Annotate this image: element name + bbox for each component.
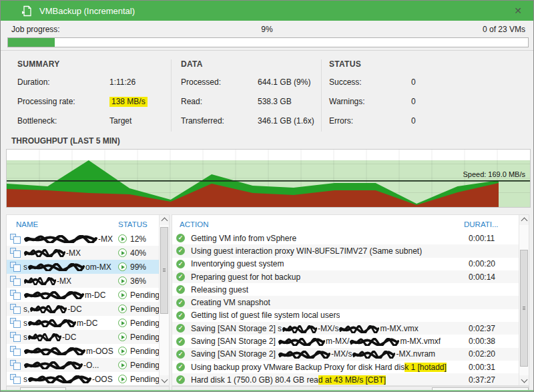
vm-row[interactable]: s-OOS Pending — [7, 372, 159, 386]
redaction-scribble — [339, 325, 379, 333]
scrollbar-thumb[interactable] — [160, 227, 168, 314]
action-text: Saving [SAN Storage 2] -MX/s-MX.nvram — [191, 349, 435, 359]
progress-bar-fill — [8, 38, 55, 47]
vertical-scrollbar[interactable] — [159, 215, 169, 385]
action-log-header: ACTION DURATI... — [172, 215, 529, 232]
action-text: Hard disk 1 (750.0 GB) 80.4 GB read at 4… — [191, 375, 386, 385]
action-row[interactable]: ✓ Saving [SAN Storage 2] s-MX/sm-MX.vmx … — [172, 322, 519, 335]
processing-rate-label: Processing rate: — [17, 97, 109, 107]
vm-name: s,-DC — [23, 305, 82, 314]
vm-status-text: Pending — [130, 290, 160, 300]
vm-row[interactable]: s-DC Pending — [7, 330, 159, 344]
check-icon: ✓ — [176, 260, 185, 268]
vm-row[interactable]: m-DC Pending — [7, 288, 159, 302]
summary-heading: SUMMARY — [17, 59, 148, 69]
action-duration: 0:00:20 — [469, 259, 495, 268]
action-row[interactable]: ✓ Hard disk 1 (750.0 GB) 80.4 GB read at… — [172, 373, 519, 386]
vm-status-text: Pending — [130, 333, 160, 342]
action-row[interactable]: ✓ Saving [SAN Storage 2] m-MX/m-MX.vmxf … — [172, 335, 519, 347]
play-icon — [118, 290, 127, 299]
action-row[interactable]: ✓ Using backup proxy VMware Backup Proxy… — [172, 361, 519, 373]
vm-name: sm-DC — [23, 319, 97, 328]
vm-row[interactable]: -MX 36% — [7, 274, 159, 288]
status-section: STATUS Success:0 Warnings:0 Errors:0 — [329, 59, 416, 136]
duration-column-header[interactable]: DURATI... — [464, 220, 499, 228]
action-text: Using guest interaction proxy WIN-8UFSL7… — [191, 246, 422, 256]
scroll-down-button[interactable] — [519, 375, 529, 385]
name-column-header[interactable]: NAME — [16, 220, 38, 228]
action-duration: 0:02:20 — [469, 349, 495, 359]
redaction-scribble — [278, 338, 325, 346]
vm-name: m-OOS — [23, 347, 113, 356]
action-column-header[interactable]: ACTION — [180, 220, 208, 228]
redaction-scribble — [24, 291, 84, 299]
action-row[interactable]: ✓ Getting VM info from vSphere 0:00:11 — [172, 232, 519, 244]
errors-label: Errors: — [329, 116, 411, 126]
vm-status-text: 12% — [130, 234, 146, 244]
vm-row[interactable]: -MX 40% — [7, 246, 159, 260]
check-icon: ✓ — [176, 234, 185, 242]
data-section: DATA Processed:644.1 GB (9%) Read:538.3 … — [181, 59, 314, 136]
vm-row[interactable]: -O... Pending — [7, 358, 159, 372]
job-document-icon — [21, 5, 33, 17]
scroll-up-button[interactable] — [519, 215, 529, 225]
redaction-scribble — [352, 351, 395, 359]
check-icon: ✓ — [176, 299, 185, 307]
errors-value: 0 — [411, 116, 416, 126]
vm-list-header: NAME STATUS — [7, 215, 169, 232]
redaction-scribble — [24, 235, 97, 243]
redaction-scribble — [30, 305, 67, 313]
play-icon — [118, 319, 127, 327]
summary-section: SUMMARY Duration:1:11:26 Processing rate… — [17, 59, 148, 136]
scroll-down-button[interactable] — [160, 375, 169, 385]
vm-status: Pending — [118, 290, 160, 300]
vm-name: s-OOS — [23, 375, 113, 384]
status-column-header[interactable]: STATUS — [118, 220, 148, 228]
vm-status-text: Pending — [130, 347, 160, 356]
action-text: Getting VM info from vSphere — [191, 234, 296, 243]
action-duration: 0:00:11 — [469, 234, 495, 243]
transferred-value: 346.1 GB (1.6x) — [258, 116, 314, 126]
check-icon: ✓ — [176, 363, 185, 371]
action-text: Using backup proxy VMware Backup Proxy f… — [191, 363, 447, 372]
vm-status-text: 99% — [130, 262, 146, 272]
scroll-up-button[interactable] — [160, 215, 169, 225]
scrollbar-thumb[interactable] — [520, 250, 528, 367]
vm-row[interactable]: -MX 12% — [7, 232, 159, 246]
vertical-scrollbar[interactable] — [519, 215, 529, 385]
check-icon: ✓ — [176, 337, 185, 346]
action-row[interactable]: ✓ Saving [SAN Storage 2] -MX/s-MX.nvram … — [172, 348, 519, 361]
action-log-pane: ACTION DURATI... ✓ Getting VM info from … — [172, 214, 529, 386]
action-row[interactable]: ✓ Releasing guest — [172, 283, 519, 296]
vm-icon — [10, 346, 22, 356]
action-row[interactable]: ✓ Using guest interaction proxy WIN-8UFS… — [172, 244, 519, 257]
vm-status-text: 36% — [130, 276, 146, 286]
action-duration: 0:00:31 — [469, 363, 495, 372]
vm-name: -MX — [23, 248, 81, 258]
vm-status: 36% — [118, 276, 146, 286]
bottleneck-value: Target — [109, 116, 131, 126]
vm-row[interactable]: m-OOS Pending — [7, 344, 159, 358]
vm-icon — [10, 374, 22, 384]
close-icon[interactable]: ✕ — [512, 5, 524, 17]
redaction-scribble — [28, 333, 61, 341]
status-heading: STATUS — [329, 59, 416, 69]
processed-value: 644.1 GB (9%) — [258, 77, 310, 87]
action-duration: 0:02:37 — [469, 324, 495, 333]
redaction-scribble — [350, 338, 399, 346]
action-row[interactable]: ✓ Preparing guest for hot backup 0:00:14 — [172, 270, 519, 283]
redaction-scribble — [28, 319, 76, 327]
vm-row[interactable]: sm-DC Pending — [7, 316, 159, 330]
window-bottom-border — [1, 390, 533, 391]
action-duration: 0:00:38 — [469, 337, 495, 346]
read-label: Read: — [181, 97, 258, 107]
vm-row[interactable]: s,-DC Pending — [7, 302, 159, 316]
job-progress-vm-count: 0 of 23 VMs — [483, 25, 525, 34]
action-row[interactable]: ✓ Inventorying guest system 0:00:20 — [172, 258, 519, 270]
action-row[interactable]: ✓ Creating VM snapshot — [172, 296, 519, 309]
vm-row[interactable]: som-MX 99% — [7, 260, 159, 274]
action-row[interactable]: ✓ Getting list of guest file system loca… — [172, 309, 519, 322]
vm-icon — [10, 360, 22, 370]
redaction-scribble — [28, 263, 85, 271]
action-text: Saving [SAN Storage 2] m-MX/m-MX.vmxf — [191, 337, 441, 346]
